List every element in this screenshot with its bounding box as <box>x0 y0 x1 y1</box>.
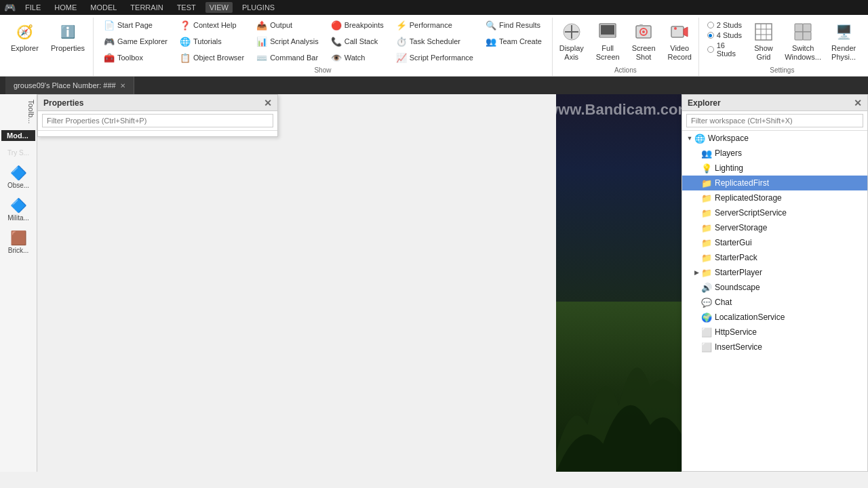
switch-windows-button[interactable]: SwitchWindows... <box>781 18 825 65</box>
lighting-icon: 💡 <box>701 163 712 174</box>
show-col2: ❓ Context Help 🌐 Tutorials 📋 Object Brow… <box>175 18 249 65</box>
breakpoints-button[interactable]: 🔴 Breakpoints <box>326 18 389 33</box>
toolbox-button[interactable]: 🧰 Toolbox <box>99 50 172 65</box>
tree-item-starter-player[interactable]: ▶ 📁 StarterPlayer <box>682 265 867 280</box>
menu-plugins[interactable]: PLUGINS <box>238 2 279 13</box>
find-results-button[interactable]: 🔍 Find Results <box>481 18 547 33</box>
lighting-chevron <box>692 163 701 173</box>
server-storage-chevron <box>692 223 701 232</box>
main-tab[interactable]: grouse09's Place Number: ### ✕ <box>5 77 134 94</box>
properties-close-button[interactable]: ✕ <box>264 98 272 108</box>
tutorials-button[interactable]: 🌐 Tutorials <box>175 34 249 49</box>
svg-rect-19 <box>803 24 811 32</box>
script-analysis-button[interactable]: 📊 Script Analysis <box>252 34 323 49</box>
players-icon: 👥 <box>701 148 712 159</box>
tree-item-soundscape[interactable]: 🔊 Soundscape <box>682 280 867 295</box>
sss-icon: 📁 <box>701 207 712 218</box>
toolbox-section: Mod... <box>1 130 35 141</box>
command-bar-button[interactable]: ⌨️ Command Bar <box>252 50 323 65</box>
explorer-filter-input[interactable] <box>686 114 863 127</box>
tree-item-chat[interactable]: 💬 Chat <box>682 295 867 310</box>
render-physics-button[interactable]: 🖥️ RenderPhysi... <box>827 18 860 65</box>
explorer-close-button[interactable]: ✕ <box>854 98 862 108</box>
tree-item-starter-gui[interactable]: 📁 StarterGui <box>682 235 867 250</box>
menu-test[interactable]: TEST <box>173 2 200 13</box>
task-scheduler-button[interactable]: ⏱️ Task Scheduler <box>391 34 478 49</box>
tree-item-replicated-storage[interactable]: 📁 ReplicatedStorage <box>682 190 867 205</box>
stud-4-item[interactable]: 4 Studs <box>705 30 746 40</box>
replicated-storage-label: ReplicatedStorage <box>715 193 782 203</box>
app-icon: 🎮 <box>4 2 16 13</box>
script-analysis-icon: 📊 <box>256 36 267 47</box>
svg-rect-4 <box>601 25 614 35</box>
call-stack-button[interactable]: 📞 Call Stack <box>326 34 389 49</box>
menu-model[interactable]: MODEL <box>86 2 121 13</box>
explorer-filter-area <box>682 111 867 131</box>
show-col1: 📄 Start Page 🎮 Game Explorer 🧰 Toolbox <box>99 18 172 65</box>
show-grid-button[interactable]: ShowGrid <box>749 18 778 65</box>
show-grid-label: ShowGrid <box>754 44 773 62</box>
starter-pack-icon: 📁 <box>701 252 712 263</box>
watch-button[interactable]: 👁️ Watch <box>326 50 389 65</box>
task-scheduler-label: Task Scheduler <box>410 37 460 45</box>
object-browser-button[interactable]: 📋 Object Browser <box>175 50 249 65</box>
watermark: www.Bandicam.com <box>556 101 682 119</box>
explorer-label: Explorer <box>11 44 39 53</box>
insert-service-icon: ⬜ <box>701 342 712 352</box>
starter-pack-label: StarterPack <box>715 253 757 262</box>
script-performance-button[interactable]: 📈 Script Performance <box>391 50 478 65</box>
video-record-label: VideoRecord <box>668 44 692 62</box>
tree-item-lighting[interactable]: 💡 Lighting <box>682 161 867 176</box>
stud-4-radio <box>707 32 714 39</box>
tree-item-insert-service[interactable]: ⬜ InsertService <box>682 340 867 354</box>
start-page-button[interactable]: 📄 Start Page <box>99 18 172 33</box>
output-button[interactable]: 📤 Output <box>252 18 323 33</box>
sss-chevron <box>692 208 701 218</box>
tree-item-players[interactable]: 👥 Players <box>682 146 867 161</box>
starter-player-icon: 📁 <box>701 267 712 278</box>
context-help-icon: ❓ <box>180 20 191 30</box>
switch-windows-label: SwitchWindows... <box>785 44 821 62</box>
show-col6: 🔍 Find Results 👥 Team Create <box>481 18 547 49</box>
toolbox-item-1[interactable]: 🔷 Obse... <box>1 163 35 190</box>
tree-item-server-script-service[interactable]: 📁 ServerScriptService <box>682 205 867 220</box>
context-help-button[interactable]: ❓ Context Help <box>175 18 249 33</box>
ribbon-group-settings: 2 Studs 4 Studs 16 Studs <box>699 18 865 76</box>
workspace-chevron: ▼ <box>685 134 694 143</box>
tree-item-localization-service[interactable]: 🌍 LocalizationService <box>682 310 867 325</box>
menu-terrain[interactable]: TERRAIN <box>126 2 167 13</box>
display-axis-button[interactable]: DisplayAxis <box>555 18 589 65</box>
tree-item-replicated-first[interactable]: 📁 ReplicatedFirst <box>682 176 867 190</box>
toolbox-item-2[interactable]: 🔷 Milita... <box>1 196 35 223</box>
stud-selector: 2 Studs 4 Studs 16 Studs <box>705 18 746 61</box>
explorer-button[interactable]: 🧭 Explorer <box>6 18 43 56</box>
screen-shot-button[interactable]: ScreenShot <box>627 18 660 65</box>
soundscape-label: Soundscape <box>715 283 760 292</box>
menu-file[interactable]: FILE <box>21 2 45 13</box>
team-create-button[interactable]: 👥 Team Create <box>481 34 547 49</box>
tree-item-starter-pack[interactable]: 📁 StarterPack <box>682 250 867 265</box>
game-explorer-button[interactable]: 🎮 Game Explorer <box>99 34 172 49</box>
explorer-title: Explorer <box>688 98 721 108</box>
call-stack-label: Call Stack <box>344 37 378 45</box>
full-screen-button[interactable]: FullScreen <box>591 18 625 65</box>
stud-16-item[interactable]: 16 Studs <box>705 41 746 58</box>
video-record-button[interactable]: VideoRecord <box>663 18 696 65</box>
svg-point-12 <box>674 27 677 30</box>
tab-close-button[interactable]: ✕ <box>120 82 125 89</box>
performance-button[interactable]: ⚡ Performance <box>391 18 478 33</box>
explorer-panel: Explorer ✕ ▼ 🌐 Workspace 👥 Players 💡 Lig… <box>682 94 868 472</box>
tree-item-http-service[interactable]: ⬜ HttpService <box>682 325 867 340</box>
toolbar-bar: grouse09's Place Number: ### ✕ <box>0 77 868 94</box>
starter-gui-label: StarterGui <box>715 238 752 247</box>
toolbox-item-3[interactable]: 🟫 Brick... <box>1 228 35 256</box>
menu-home[interactable]: HOME <box>50 2 81 13</box>
menu-view[interactable]: VIEW <box>205 2 233 13</box>
stud-2-item[interactable]: 2 Studs <box>705 20 746 30</box>
tree-item-workspace[interactable]: ▼ 🌐 Workspace <box>682 131 867 146</box>
properties-label: Properties <box>51 44 85 53</box>
properties-filter-input[interactable] <box>42 114 273 127</box>
localization-chevron <box>692 312 701 322</box>
properties-button[interactable]: ℹ️ Properties <box>46 18 90 56</box>
tree-item-server-storage[interactable]: 📁 ServerStorage <box>682 220 867 235</box>
